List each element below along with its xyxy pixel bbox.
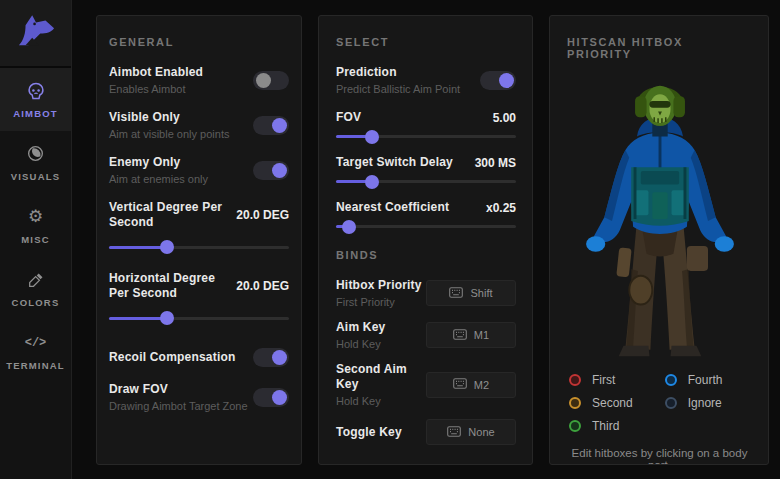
wolf-logo-icon xyxy=(15,12,57,54)
general-header: GENERAL xyxy=(109,36,289,48)
setting-title: Aimbot Enabled xyxy=(109,65,203,80)
fov-slider[interactable] xyxy=(336,135,516,138)
setting-subtitle: Enables Aimbot xyxy=(109,83,203,95)
toggle-knob xyxy=(272,118,287,133)
slider-knob[interactable] xyxy=(160,311,174,325)
legend-item-third: Third xyxy=(569,419,633,433)
setting-value: 20.0 DEG xyxy=(236,279,289,293)
sidebar-item-colors[interactable]: COLORS xyxy=(0,257,71,320)
prediction-toggle[interactable] xyxy=(480,71,516,90)
slider-track[interactable] xyxy=(336,225,516,228)
slider-track[interactable] xyxy=(109,317,289,320)
nearest-coeff-slider[interactable] xyxy=(336,225,516,228)
visible-only-row: Visible Only Aim at visible only points xyxy=(109,110,289,140)
sidebar-item-label: COLORS xyxy=(12,297,60,308)
setting-value: 20.0 DEG xyxy=(236,208,289,222)
sidebar: AIMBOT VISUALS ⚙ MISC COLORS </> TERMINA… xyxy=(0,0,72,479)
recoil-comp-toggle[interactable] xyxy=(253,348,289,367)
slider-fill xyxy=(336,135,372,138)
sidebar-item-aimbot[interactable]: AIMBOT xyxy=(0,68,71,131)
setting-title: Nearest Coefficient xyxy=(336,200,449,215)
setting-value: 300 MS xyxy=(475,156,516,170)
fourth-color-swatch[interactable] xyxy=(665,374,677,386)
bind-subtitle: Hold Key xyxy=(336,395,426,407)
second-aim-key-bind-row: Second Aim Key Hold Key M2 xyxy=(336,362,516,407)
setting-title: Enemy Only xyxy=(109,155,208,170)
toggle-knob xyxy=(272,390,287,405)
slider-knob[interactable] xyxy=(365,175,379,189)
character-model[interactable] xyxy=(567,77,752,365)
slider-track[interactable] xyxy=(336,135,516,138)
target-switch-slider[interactable] xyxy=(336,180,516,183)
eyedropper-icon xyxy=(27,270,45,290)
slider-fill xyxy=(109,317,167,320)
skull-icon xyxy=(26,81,46,101)
binds-header: BINDS xyxy=(336,249,516,261)
aim-key-bind-row: Aim Key Hold Key M1 xyxy=(336,320,516,350)
setting-title: FOV xyxy=(336,110,361,125)
bind-subtitle: First Priority xyxy=(336,296,422,308)
aimbot-enabled-toggle[interactable] xyxy=(253,71,289,90)
aim-key-button[interactable]: M1 xyxy=(426,322,516,348)
second-aim-key-button[interactable]: M2 xyxy=(426,372,516,398)
bind-title: Toggle Key xyxy=(336,425,402,440)
sidebar-item-visuals[interactable]: VISUALS xyxy=(0,131,71,194)
keyboard-icon xyxy=(453,378,467,391)
keyboard-icon xyxy=(449,287,463,300)
target-switch-labels: Target Switch Delay 300 MS xyxy=(336,155,516,170)
app-logo xyxy=(0,0,71,68)
setting-subtitle: Drawing Aimbot Target Zone xyxy=(109,400,248,412)
aimbot-enabled-row: Aimbot Enabled Enables Aimbot xyxy=(109,65,289,95)
toggle-key-button[interactable]: None xyxy=(426,419,516,445)
slider-track[interactable] xyxy=(336,180,516,183)
hitbox-header: HITSCAN HITBOX PRIORITY xyxy=(567,36,752,60)
first-color-swatch[interactable] xyxy=(569,374,581,386)
toggle-knob xyxy=(272,350,287,365)
slider-knob[interactable] xyxy=(365,130,379,144)
legend-column-right: Fourth Ignore xyxy=(665,373,723,433)
legend-item-fourth: Fourth xyxy=(665,373,723,387)
slider-knob[interactable] xyxy=(160,240,174,254)
nearest-coeff-labels: Nearest Coefficient x0.25 xyxy=(336,200,516,215)
gear-icon: ⚙ xyxy=(28,207,43,227)
slider-knob[interactable] xyxy=(342,220,356,234)
legend-item-second: Second xyxy=(569,396,633,410)
main-content: GENERAL Aimbot Enabled Enables Aimbot Vi… xyxy=(72,0,780,479)
enemy-only-row: Enemy Only Aim at enemies only xyxy=(109,155,289,185)
sidebar-item-label: VISUALS xyxy=(11,171,61,182)
enemy-only-toggle[interactable] xyxy=(253,161,289,180)
third-color-swatch[interactable] xyxy=(569,420,581,432)
sidebar-item-terminal[interactable]: </> TERMINAL xyxy=(0,320,71,383)
legend-item-first: First xyxy=(569,373,633,387)
slider-track[interactable] xyxy=(109,246,289,249)
toggle-knob xyxy=(499,73,514,88)
eclipse-icon xyxy=(26,144,45,164)
legend-label: First xyxy=(592,373,615,387)
second-color-swatch[interactable] xyxy=(569,397,581,409)
vertical-dps-slider[interactable] xyxy=(109,240,289,254)
recoil-comp-row: Recoil Compensation xyxy=(109,348,289,367)
horizontal-dps-labels: Horizontal Degree Per Second 20.0 DEG xyxy=(109,271,289,301)
toggle-knob xyxy=(272,163,287,178)
toggle-knob xyxy=(256,73,271,88)
visible-only-toggle[interactable] xyxy=(253,116,289,135)
slider-fill xyxy=(336,180,372,183)
sidebar-item-label: AIMBOT xyxy=(13,108,58,119)
sidebar-item-misc[interactable]: ⚙ MISC xyxy=(0,194,71,257)
keyboard-icon xyxy=(447,426,461,439)
hitbox-priority-key-button[interactable]: Shift xyxy=(426,280,516,306)
horizontal-dps-slider[interactable] xyxy=(109,311,289,325)
setting-value: x0.25 xyxy=(486,201,516,215)
setting-title: Horizontal Degree Per Second xyxy=(109,271,236,301)
hitbox-panel: HITSCAN HITBOX PRIORITY xyxy=(549,15,769,465)
hitbox-legend: First Second Third Fourth Igno xyxy=(567,373,752,433)
legend-label: Ignore xyxy=(688,396,722,410)
draw-fov-row: Draw FOV Drawing Aimbot Target Zone xyxy=(109,382,289,412)
setting-value: 5.00 xyxy=(493,111,516,125)
setting-title: Target Switch Delay xyxy=(336,155,453,170)
bind-title: Aim Key xyxy=(336,320,385,335)
draw-fov-toggle[interactable] xyxy=(253,388,289,407)
setting-title: Visible Only xyxy=(109,110,229,125)
setting-title: Prediction xyxy=(336,65,460,80)
ignore-color-swatch[interactable] xyxy=(665,397,677,409)
